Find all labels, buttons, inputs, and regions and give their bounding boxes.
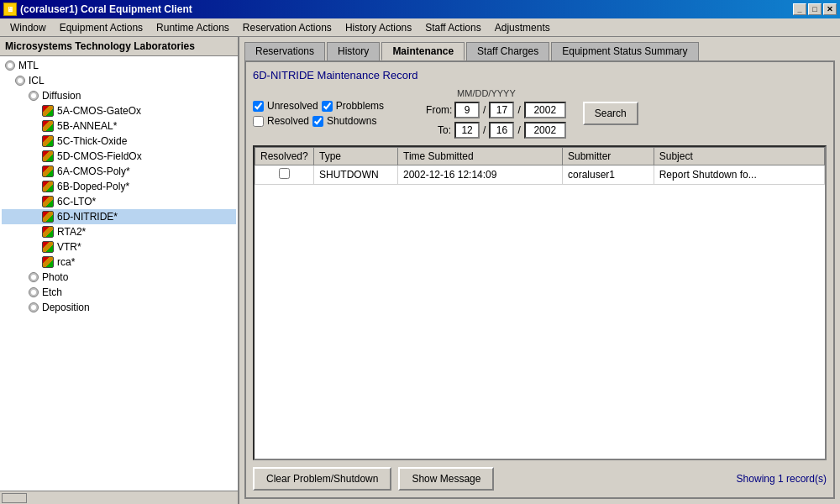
checkbox-unresolved[interactable] xyxy=(253,101,264,112)
to-month-input[interactable] xyxy=(454,122,480,139)
col-header-time: Time Submitted xyxy=(398,148,563,165)
panel-title: 6D-NITRIDE Maintenance Record xyxy=(253,69,827,81)
col-header-resolved: Resolved? xyxy=(255,148,314,165)
checkbox-problems[interactable] xyxy=(322,101,333,112)
sidebar-label-deposition: Deposition xyxy=(42,302,90,313)
close-button[interactable]: ✕ xyxy=(823,3,837,15)
row-type-cell: SHUTDOWN xyxy=(314,165,398,185)
minimize-button[interactable]: _ xyxy=(793,3,806,15)
sidebar-label-6d: 6D-NITRIDE* xyxy=(57,211,118,223)
menu-window[interactable]: Window xyxy=(3,20,53,35)
title-bar-buttons: _ □ ✕ xyxy=(793,3,837,15)
from-year-input[interactable] xyxy=(524,102,566,118)
node-icon-diffusion xyxy=(29,91,39,101)
traffic-light-5a xyxy=(42,105,54,117)
from-day-input[interactable] xyxy=(489,102,514,118)
sidebar-label-photo: Photo xyxy=(42,271,68,283)
app-icon: 🖥 xyxy=(3,3,17,16)
main-container: Microsystems Technology Laboratories MTL… xyxy=(0,37,840,504)
traffic-light-vtr xyxy=(42,241,54,253)
table-row[interactable]: SHUTDOWN 2002-12-16 12:14:09 coraluser1 … xyxy=(255,165,825,185)
node-icon-icl xyxy=(15,76,25,86)
menu-bar: Window Equipment Actions Runtime Actions… xyxy=(0,18,840,37)
sidebar-item-6c-lto[interactable]: 6C-LTO* xyxy=(2,194,236,209)
sidebar-item-5a-cmos-gateox[interactable]: 5A-CMOS-GateOx xyxy=(2,103,236,118)
sidebar-item-5c-thick-oxide[interactable]: 5C-Thick-Oxide xyxy=(2,134,236,149)
sidebar-item-vtr[interactable]: VTR* xyxy=(2,239,236,255)
traffic-light-rta2 xyxy=(42,226,54,238)
sidebar-item-rta2[interactable]: RTA2* xyxy=(2,224,236,239)
sidebar-item-6a-cmos-poly[interactable]: 6A-CMOS-Poly* xyxy=(2,164,236,179)
sidebar-label-etch: Etch xyxy=(42,286,62,298)
col-header-subject: Subject xyxy=(654,148,824,165)
sidebar-label-6a: 6A-CMOS-Poly* xyxy=(57,165,130,177)
row-resolved-cell[interactable] xyxy=(255,165,314,185)
menu-staff-actions[interactable]: Staff Actions xyxy=(418,20,488,35)
tab-staff-charges[interactable]: Staff Charges xyxy=(466,42,549,60)
sidebar-label-5a: 5A-CMOS-GateOx xyxy=(57,105,141,117)
traffic-light-6a xyxy=(42,165,54,177)
menu-reservation-actions[interactable]: Reservation Actions xyxy=(236,20,339,35)
tree-area: MTL ICL Diffusion 5A-CMOS-GateOx 5B-ANNE… xyxy=(0,56,238,491)
tab-maintenance[interactable]: Maintenance xyxy=(381,42,465,60)
traffic-light-5b xyxy=(42,120,54,132)
sidebar-item-mtl[interactable]: MTL xyxy=(2,58,236,73)
sidebar-label-rca: rca* xyxy=(57,256,75,268)
sidebar-item-6b-doped-poly[interactable]: 6B-Doped-Poly* xyxy=(2,179,236,194)
from-month-input[interactable] xyxy=(454,102,480,118)
menu-equipment-actions[interactable]: Equipment Actions xyxy=(53,20,150,35)
sidebar-label-diffusion: Diffusion xyxy=(42,90,81,102)
maximize-button[interactable]: □ xyxy=(808,3,822,15)
checkbox-row-resolved: Resolved Shutdowns xyxy=(253,115,384,127)
col-header-type: Type xyxy=(314,148,398,165)
node-icon-etch xyxy=(29,287,39,297)
traffic-light-5d xyxy=(42,150,54,162)
sidebar-item-rca[interactable]: rca* xyxy=(2,255,236,270)
sidebar-label-5b: 5B-ANNEAL* xyxy=(57,120,117,132)
menu-history-actions[interactable]: History Actions xyxy=(339,20,418,35)
sidebar-item-photo[interactable]: Photo xyxy=(2,270,236,285)
date-to-row: To: / / xyxy=(426,122,566,139)
title-bar-text: (coraluser1) Coral Equipment Client xyxy=(20,3,192,15)
node-icon-photo xyxy=(29,272,39,282)
menu-adjustments[interactable]: Adjustments xyxy=(488,20,557,35)
maintenance-table-container: Resolved? Type Time Submitted Submitter … xyxy=(253,145,827,460)
tab-equipment-status[interactable]: Equipment Status Summary xyxy=(551,42,698,60)
title-bar: 🖥 (coraluser1) Coral Equipment Client _ … xyxy=(0,0,840,18)
sidebar-item-icl[interactable]: ICL xyxy=(2,73,236,88)
date-from-row: From: / / xyxy=(426,102,566,118)
traffic-light-rca xyxy=(42,256,54,268)
tab-reservations[interactable]: Reservations xyxy=(244,42,325,60)
tab-history[interactable]: History xyxy=(327,42,380,60)
label-shutdowns: Shutdowns xyxy=(327,115,376,127)
checkbox-row-unresolved: Unresolved Probblems xyxy=(253,100,384,112)
show-message-button[interactable]: Show Message xyxy=(398,467,494,491)
checkbox-resolved[interactable] xyxy=(253,116,264,127)
sidebar-item-5b-anneal[interactable]: 5B-ANNEAL* xyxy=(2,118,236,134)
sidebar-label-vtr: VTR* xyxy=(57,241,81,253)
traffic-light-6b xyxy=(42,181,54,192)
to-day-input[interactable] xyxy=(489,122,514,139)
row-resolved-checkbox[interactable] xyxy=(279,168,290,179)
traffic-light-6c xyxy=(42,196,54,207)
to-label: To: xyxy=(426,124,451,136)
sidebar-item-diffusion[interactable]: Diffusion xyxy=(2,88,236,103)
tabs-row: Reservations History Maintenance Staff C… xyxy=(244,42,835,60)
menu-runtime-actions[interactable]: Runtime Actions xyxy=(150,20,236,35)
sidebar-title: Microsystems Technology Laboratories xyxy=(0,37,238,56)
sidebar-label-5c: 5C-Thick-Oxide xyxy=(57,135,127,147)
checkbox-shutdowns[interactable] xyxy=(312,116,323,127)
sidebar-horizontal-scrollbar[interactable] xyxy=(0,491,238,504)
clear-problem-button[interactable]: Clear Problem/Shutdown xyxy=(253,467,391,491)
sidebar-item-5d-cmos-fieldox[interactable]: 5D-CMOS-FieldOx xyxy=(2,149,236,164)
sidebar-label-6c: 6C-LTO* xyxy=(57,196,96,207)
search-button[interactable]: Search xyxy=(583,102,638,125)
sidebar-item-deposition[interactable]: Deposition xyxy=(2,300,236,315)
row-subject-cell: Report Shutdown fo... xyxy=(654,165,824,185)
sidebar-label-rta2: RTA2* xyxy=(57,226,86,238)
col-header-submitter: Submitter xyxy=(562,148,654,165)
sidebar-item-6d-nitride[interactable]: 6D-NITRIDE* xyxy=(2,209,236,224)
sidebar-item-etch[interactable]: Etch xyxy=(2,285,236,300)
node-icon-mtl xyxy=(5,60,15,71)
to-year-input[interactable] xyxy=(524,122,566,139)
